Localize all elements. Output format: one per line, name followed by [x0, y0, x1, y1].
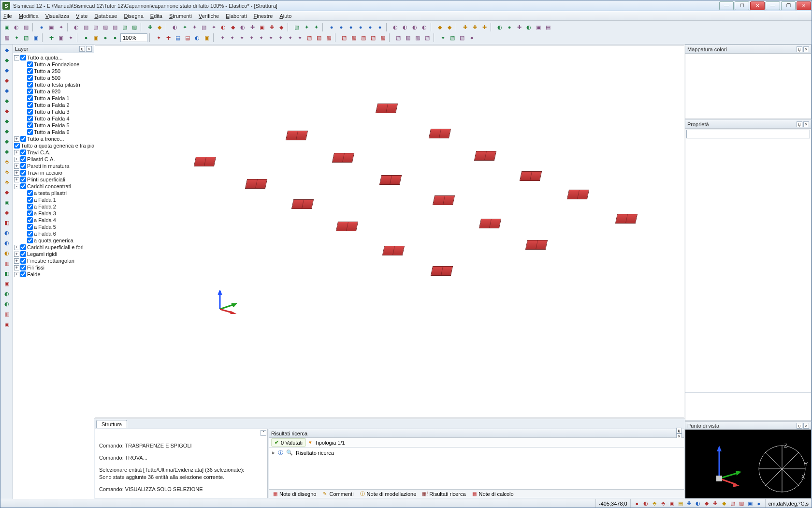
- red4-button[interactable]: ✦: [247, 33, 256, 42]
- opt1-button[interactable]: ◐: [391, 23, 400, 31]
- tree-expander[interactable]: -: [14, 55, 19, 60]
- red11-button[interactable]: ▧: [315, 33, 323, 42]
- prop-pin-button[interactable]: џ: [797, 121, 802, 127]
- sel-lay-button[interactable]: ◆: [2, 137, 11, 146]
- expand-icon[interactable]: ▹: [272, 449, 275, 456]
- grid-button[interactable]: ◐: [72, 23, 81, 31]
- results-valutati-chip[interactable]: ✔ 0 Valutati: [271, 438, 306, 447]
- tree-label[interactable]: Carichi concentrati: [27, 183, 71, 189]
- tree-label[interactable]: Tutto a Falda 1: [34, 95, 70, 101]
- structural-element[interactable]: [525, 240, 548, 250]
- tree-expander[interactable]: -: [14, 184, 19, 189]
- layer-tree[interactable]: -Tutto a quota...Tutto a FondazioneTutto…: [13, 53, 94, 499]
- sel-col-button[interactable]: ◆: [2, 147, 11, 156]
- flag-button[interactable]: ●: [467, 33, 476, 42]
- doc-button[interactable]: ▧: [448, 33, 457, 42]
- axis-x-button[interactable]: ⬘: [2, 157, 11, 166]
- tree-label[interactable]: Tutto a quota...: [27, 55, 63, 60]
- results-row[interactable]: ▹ ⓘ 🔍 Risultato ricerca: [269, 448, 684, 458]
- tool-c-button[interactable]: ●: [347, 23, 355, 31]
- tree-label[interactable]: Tutto a Falda 2: [34, 102, 70, 108]
- sel-fence-button[interactable]: ◆: [2, 86, 11, 95]
- opt3-button[interactable]: ◐: [410, 23, 419, 31]
- cut-button[interactable]: ✦: [312, 23, 320, 31]
- tree-label[interactable]: a Falda 1: [34, 197, 56, 203]
- axis-y-button[interactable]: ⬘: [2, 167, 11, 176]
- tree-label[interactable]: Tutto a 920: [34, 89, 60, 94]
- tree-label[interactable]: Tutto a 500: [34, 75, 60, 81]
- structural-element[interactable]: [291, 199, 314, 209]
- red7-button[interactable]: ✦: [276, 33, 285, 42]
- results-pin-button[interactable]: џ: [676, 428, 682, 433]
- structural-element[interactable]: [429, 129, 451, 138]
- tree-checkbox[interactable]: [20, 183, 26, 189]
- sun-button[interactable]: ✦: [12, 33, 21, 42]
- panel-close-button[interactable]: ×: [86, 46, 92, 52]
- status-axis-icon[interactable]: ▣: [668, 500, 675, 507]
- move-button[interactable]: ▣: [57, 33, 65, 42]
- beam-button[interactable]: ✦: [190, 23, 199, 31]
- structural-element[interactable]: [286, 131, 308, 140]
- tree-label[interactable]: a Falda 6: [34, 231, 56, 237]
- tree-checkbox[interactable]: [27, 116, 33, 121]
- tool-a-button[interactable]: ●: [327, 23, 336, 31]
- menu-visualizza[interactable]: Visualizza: [45, 13, 69, 19]
- found-button[interactable]: ◐: [219, 23, 228, 31]
- car1-button[interactable]: ▧: [394, 33, 403, 42]
- structural-element[interactable]: [615, 214, 638, 224]
- tree-label[interactable]: Travi C.A.: [27, 149, 51, 155]
- tree-checkbox[interactable]: [20, 251, 26, 257]
- tree-label[interactable]: Tutto a tronco...: [27, 136, 64, 142]
- tree-checkbox[interactable]: [27, 238, 33, 243]
- sel-poly-button[interactable]: ◆: [2, 76, 11, 85]
- truss-button[interactable]: ▣: [258, 23, 266, 31]
- zoom-out-button[interactable]: ●: [101, 33, 110, 42]
- tree-checkbox[interactable]: [27, 122, 33, 128]
- menu-verifiche[interactable]: Verifiche: [199, 13, 219, 19]
- c2-button[interactable]: ✚: [470, 23, 479, 31]
- help-button[interactable]: ▤: [544, 23, 552, 31]
- extent-button[interactable]: ◐: [193, 33, 202, 42]
- menu-database[interactable]: Database: [94, 13, 117, 19]
- tree-checkbox[interactable]: [14, 143, 20, 149]
- close-button[interactable]: ✕: [750, 1, 765, 10]
- db2-button[interactable]: ▧: [130, 23, 139, 31]
- run-button[interactable]: ✚: [145, 23, 154, 31]
- status-grid-icon[interactable]: ⬘: [660, 500, 667, 507]
- car2-button[interactable]: ▧: [404, 33, 412, 42]
- tree-expander[interactable]: +: [14, 252, 19, 257]
- menu-strumenti[interactable]: Strumenti: [169, 13, 192, 19]
- status-layer-icon[interactable]: ▤: [677, 500, 684, 507]
- tree-checkbox[interactable]: [27, 109, 33, 115]
- structural-element[interactable]: [336, 222, 358, 231]
- sel-cross-button[interactable]: ◆: [2, 66, 11, 75]
- cfg-button[interactable]: ✦: [438, 33, 447, 42]
- tree-expander[interactable]: +: [14, 265, 19, 270]
- menu-finestre[interactable]: Finestre: [254, 13, 273, 19]
- menu-elaborati[interactable]: Elaborati: [226, 13, 246, 19]
- pin-button[interactable]: ◧: [2, 269, 11, 278]
- tree-checkbox[interactable]: [27, 95, 33, 101]
- sel-sim-button[interactable]: ◆: [2, 127, 11, 135]
- tree-label[interactable]: Pilastri C.A.: [27, 156, 55, 162]
- tree-checkbox[interactable]: [20, 258, 26, 264]
- tree-checkbox[interactable]: [20, 163, 26, 169]
- menu-viste[interactable]: Viste: [76, 13, 87, 19]
- tree-expander[interactable]: +: [14, 164, 19, 169]
- tree-checkbox[interactable]: [20, 156, 26, 162]
- zoom-fit-button[interactable]: ●: [111, 33, 119, 42]
- sphere-button[interactable]: ▣: [31, 33, 40, 42]
- structural-element[interactable]: [433, 195, 455, 205]
- tool-b-button[interactable]: ●: [337, 23, 346, 31]
- tree-expander[interactable]: +: [14, 150, 19, 155]
- results-tab-4[interactable]: ▦Note di calcolo: [472, 491, 514, 497]
- map-close-button[interactable]: ×: [803, 46, 809, 52]
- undo-button[interactable]: ▣: [47, 23, 56, 31]
- wood-button[interactable]: ◐: [238, 23, 247, 31]
- tree-label[interactable]: Tutto a Falda 3: [34, 109, 70, 115]
- play-button[interactable]: ▥: [2, 259, 11, 268]
- sel-point-button[interactable]: ◆: [2, 45, 11, 54]
- tri-button[interactable]: ◐: [2, 299, 11, 308]
- roof-button[interactable]: ✦: [209, 23, 218, 31]
- tree-label[interactable]: a Falda 2: [34, 204, 56, 209]
